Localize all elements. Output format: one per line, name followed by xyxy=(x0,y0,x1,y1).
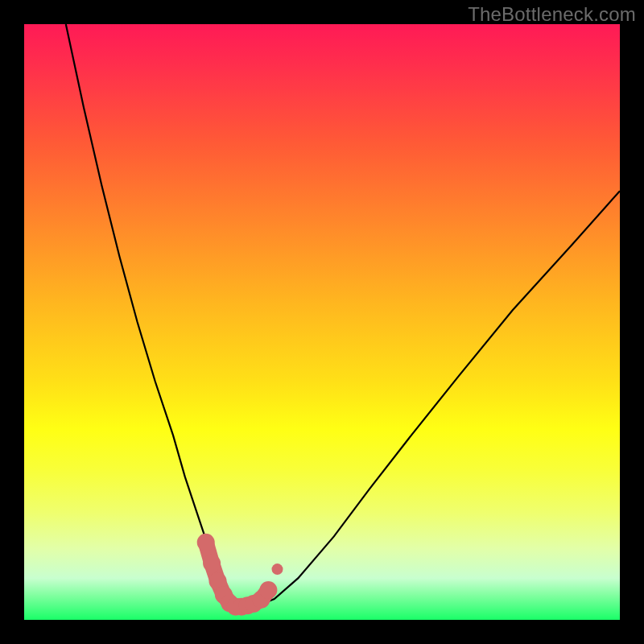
chart-frame: TheBottleneck.com xyxy=(0,0,644,644)
curve-layer xyxy=(24,24,620,620)
trough-highlight xyxy=(197,534,283,616)
plot-area xyxy=(24,24,620,620)
trough-marker xyxy=(203,555,221,572)
trough-marker xyxy=(197,534,215,551)
watermark-text: TheBottleneck.com xyxy=(468,3,636,26)
bottleneck-curve-path xyxy=(66,24,620,607)
trough-marker xyxy=(259,581,277,599)
trough-marker-outlier xyxy=(272,564,283,575)
